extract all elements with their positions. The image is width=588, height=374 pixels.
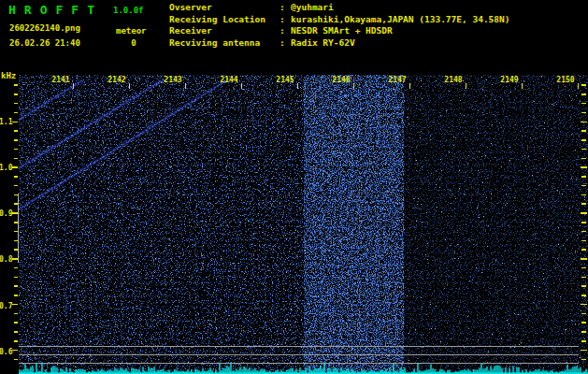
freq-tick [12, 122, 18, 123]
y-tick-label: 1.0 [0, 164, 12, 172]
freq-tick [581, 185, 586, 187]
time-tick [73, 83, 75, 89]
freq-tick [581, 359, 586, 361]
freq-tick [581, 212, 587, 214]
freq-tick [14, 149, 18, 151]
freq-tick [14, 267, 18, 269]
freq-tick [14, 340, 18, 342]
freq-tick [14, 222, 18, 223]
x-tick-label: 2149 [499, 76, 520, 84]
x-tick-label: 2143 [163, 76, 183, 84]
info-value: @yuhmari [291, 2, 334, 12]
freq-tick [581, 295, 586, 296]
spectrogram-plot [0, 0, 588, 374]
time-tick [297, 83, 299, 89]
freq-tick [14, 112, 18, 114]
info-label: Receiving Location [169, 14, 280, 24]
freq-tick [581, 103, 586, 105]
freq-tick [581, 84, 586, 86]
freq-tick [581, 176, 586, 178]
info-colon: : [280, 37, 287, 48]
y-tick-label: 0.9 [0, 209, 12, 218]
output-filename: 2602262140.png [9, 23, 80, 34]
freq-tick [14, 285, 18, 287]
freq-tick [12, 258, 18, 260]
freq-tick [14, 359, 18, 361]
info-colon: : [280, 2, 287, 12]
freq-tick [581, 130, 586, 132]
freq-tick [581, 112, 586, 114]
x-tick-label: 2147 [387, 76, 408, 84]
info-colon: : [280, 14, 287, 24]
time-tick [353, 83, 355, 89]
meteor-count: 0 [128, 38, 139, 49]
time-tick [578, 83, 580, 89]
freq-tick [14, 295, 18, 296]
y-tick-label: 0.6 [0, 348, 12, 356]
freq-tick [581, 258, 587, 260]
freq-tick [581, 166, 587, 168]
x-tick-label: 2141 [50, 76, 71, 84]
bright-dots [19, 75, 588, 374]
meteor-counter-label: meteor [116, 26, 147, 36]
freq-tick [14, 231, 18, 233]
info-label: Receiver [169, 25, 280, 36]
freq-tick [581, 267, 586, 269]
x-tick-label: 2144 [219, 76, 239, 84]
x-tick-label: 2146 [331, 76, 351, 84]
freq-tick [14, 139, 18, 141]
freq-tick [14, 130, 18, 132]
time-tick [522, 83, 523, 89]
freq-tick [14, 277, 18, 279]
info-label: Recviving antenna [169, 37, 280, 48]
y-tick-label: 0.8 [0, 255, 12, 264]
y-tick-label: 1.1 [0, 118, 12, 126]
time-tick [241, 83, 243, 89]
freq-tick [14, 185, 18, 187]
freq-tick [14, 94, 18, 95]
freq-tick [12, 350, 18, 352]
freq-tick [14, 158, 18, 160]
info-row-observer: Ovserver:@yuhmari [169, 2, 510, 12]
freq-tick [581, 313, 586, 315]
freq-tick [14, 331, 18, 333]
freq-tick [581, 194, 586, 196]
x-tick-label: 2150 [555, 76, 576, 84]
time-tick [466, 83, 467, 89]
freq-tick [581, 331, 586, 333]
freq-tick [12, 166, 18, 168]
freq-tick [14, 313, 18, 315]
info-value: kurashiki,Okayama,JAPAN (133.77E, 34.58N… [291, 14, 510, 24]
freq-tick [581, 139, 586, 141]
freq-tick [581, 240, 586, 242]
freq-tick [12, 212, 18, 214]
hrofft-output: HROFFT 1.0.0f 2602262140.png meteor 0 26… [0, 0, 588, 374]
freq-tick [12, 304, 18, 306]
freq-tick [581, 222, 586, 223]
freq-tick [581, 285, 586, 287]
freq-tick [14, 84, 18, 86]
freq-tick [14, 194, 18, 196]
freq-tick [14, 103, 18, 105]
freq-tick [581, 249, 586, 251]
observer-info: Ovserver:@yuhmari Receiving Location:kur… [169, 2, 510, 48]
freq-tick [581, 158, 586, 160]
time-tick [409, 83, 411, 89]
freq-tick [14, 249, 18, 251]
info-row-antenna: Recviving antenna:Radix RY-62V [169, 37, 510, 48]
freq-tick [581, 277, 586, 279]
freq-tick [14, 322, 18, 324]
info-label: Ovserver [169, 2, 280, 12]
freq-tick [581, 203, 586, 205]
freq-tick [14, 203, 18, 205]
x-tick-label: 2148 [443, 76, 464, 84]
time-tick [185, 83, 187, 89]
info-value: Radix RY-62V [291, 37, 355, 48]
freq-tick [581, 350, 587, 352]
freq-tick [581, 340, 586, 342]
observation-datetime: 26.02.26 21:40 [9, 38, 80, 49]
freq-tick [14, 176, 18, 178]
x-tick-label: 2142 [107, 76, 127, 84]
info-row-location: Receiving Location:kurashiki,Okayama,JAP… [169, 14, 510, 24]
freq-tick [581, 231, 586, 233]
